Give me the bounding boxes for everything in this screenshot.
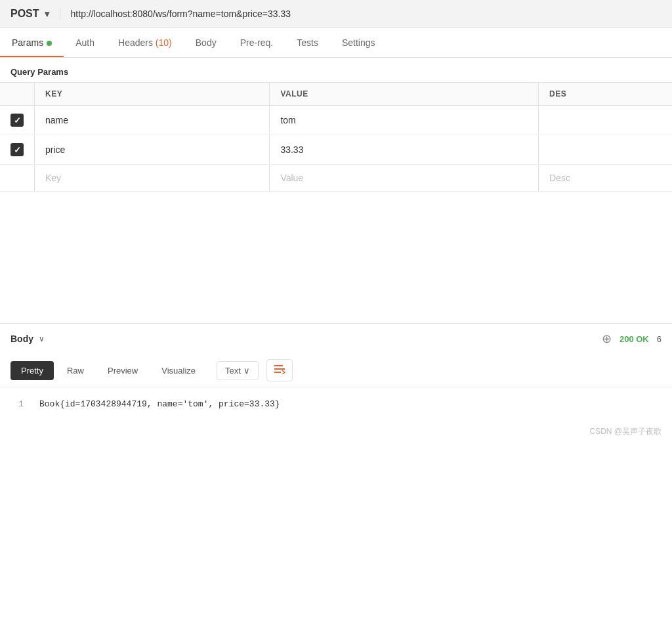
row2-check-cell: ✓ <box>0 135 35 165</box>
line-content-1: Book{id=1703428944719, name='tom', price… <box>39 399 280 409</box>
row2-desc-cell[interactable] <box>538 135 672 165</box>
response-line-1: 1 Book{id=1703428944719, name='tom', pri… <box>0 398 672 410</box>
tab-auth[interactable]: Auth <box>64 28 106 57</box>
url-input[interactable] <box>60 9 662 19</box>
table-row: ✓ price 33.33 <box>0 135 672 165</box>
tab-headers[interactable]: Headers (10) <box>106 28 184 57</box>
format-tabs-bar: Pretty Raw Preview Visualize Text ∨ <box>0 354 672 387</box>
row1-key-cell[interactable]: name <box>35 106 270 135</box>
status-badge: 200 OK <box>620 334 649 344</box>
row1-checkmark: ✓ <box>14 116 21 125</box>
tab-settings[interactable]: Settings <box>330 28 387 57</box>
params-table: KEY VALUE DES ✓ name tom ✓ <box>0 82 672 192</box>
wrap-icon <box>274 364 285 377</box>
row1-check-cell: ✓ <box>0 106 35 135</box>
row2-checkbox[interactable]: ✓ <box>10 143 24 156</box>
method-chevron: ▾ <box>45 9 49 19</box>
fmt-tab-pretty[interactable]: Pretty <box>10 361 54 380</box>
fmt-tab-visualize[interactable]: Visualize <box>151 361 206 380</box>
row2-checkmark: ✓ <box>14 145 21 155</box>
tab-body[interactable]: Body <box>184 28 228 57</box>
row1-value-cell[interactable]: tom <box>270 106 539 135</box>
response-time: 6 <box>657 334 662 344</box>
response-chevron[interactable]: ∨ <box>39 334 45 343</box>
tab-params[interactable]: Params <box>0 28 64 57</box>
query-params-header: Query Params <box>0 58 672 82</box>
watermark: CSDN @吴声子夜歌 <box>0 421 672 443</box>
params-dot <box>47 41 52 46</box>
fmt-tab-raw[interactable]: Raw <box>56 361 94 380</box>
method-label: POST <box>10 8 39 20</box>
response-body: 1 Book{id=1703428944719, name='tom', pri… <box>0 387 672 421</box>
table-row: ✓ name tom <box>0 106 672 135</box>
headers-badge: (10) <box>156 37 172 48</box>
row1-checkbox[interactable]: ✓ <box>10 114 24 127</box>
url-bar: POST ▾ <box>0 0 672 28</box>
content-area <box>0 192 672 323</box>
empty-value-cell[interactable]: Value <box>270 165 539 192</box>
fmt-tab-preview[interactable]: Preview <box>97 361 148 380</box>
line-number-1: 1 <box>10 399 24 409</box>
col-header-value: VALUE <box>270 83 539 106</box>
globe-icon[interactable]: ⊕ <box>602 332 612 346</box>
empty-check-cell <box>0 165 35 192</box>
col-header-key: KEY <box>35 83 270 106</box>
wrap-button[interactable] <box>266 359 293 381</box>
tab-prereq[interactable]: Pre-req. <box>228 28 285 57</box>
response-bar: Body ∨ ⊕ 200 OK 6 <box>0 323 672 354</box>
tabs-bar: Params Auth Headers (10) Body Pre-req. T… <box>0 28 672 58</box>
response-status-group: ⊕ 200 OK 6 <box>602 332 662 346</box>
row1-desc-cell[interactable] <box>538 106 672 135</box>
empty-key-cell[interactable]: Key <box>35 165 270 192</box>
row2-key-cell[interactable]: price <box>35 135 270 165</box>
method-selector[interactable]: POST ▾ <box>10 8 60 20</box>
col-header-desc: DES <box>538 83 672 106</box>
col-header-check <box>0 83 35 106</box>
empty-desc-cell[interactable]: Desc <box>538 165 672 192</box>
tab-tests[interactable]: Tests <box>285 28 330 57</box>
row2-value-cell[interactable]: 33.33 <box>270 135 539 165</box>
table-row-empty: Key Value Desc <box>0 165 672 192</box>
format-dropdown-chevron: ∨ <box>243 366 250 376</box>
response-body-label: Body <box>10 334 33 344</box>
format-dropdown[interactable]: Text ∨ <box>217 361 259 380</box>
